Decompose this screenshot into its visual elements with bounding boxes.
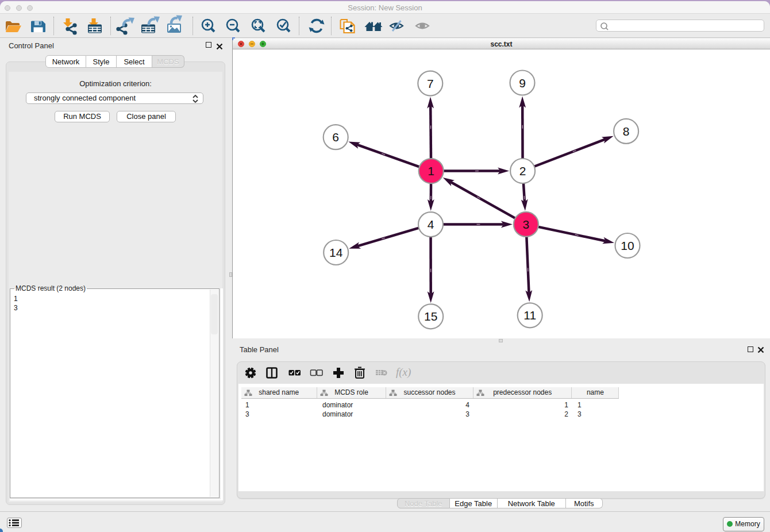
svg-text:15: 15 bbox=[424, 310, 437, 323]
svg-text:10: 10 bbox=[621, 239, 634, 252]
svg-text:11: 11 bbox=[523, 309, 536, 322]
svg-text:1: 1 bbox=[428, 164, 434, 178]
svg-text:6: 6 bbox=[332, 130, 339, 144]
svg-text:4: 4 bbox=[428, 218, 434, 231]
svg-text:14: 14 bbox=[329, 246, 343, 259]
svg-text:7: 7 bbox=[427, 77, 434, 90]
svg-text:8: 8 bbox=[623, 125, 630, 138]
svg-text:3: 3 bbox=[523, 218, 530, 231]
svg-text:2: 2 bbox=[519, 164, 526, 178]
svg-text:9: 9 bbox=[519, 76, 526, 90]
